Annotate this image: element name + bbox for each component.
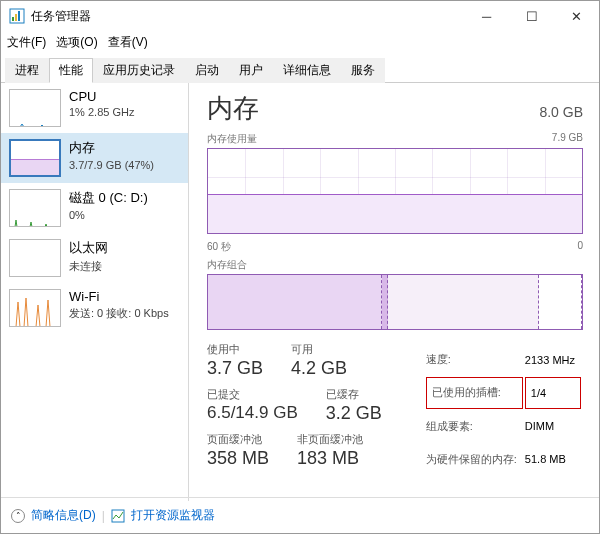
tab-processes[interactable]: 进程 xyxy=(5,58,49,83)
tab-details[interactable]: 详细信息 xyxy=(273,58,341,83)
tabbar: 进程 性能 应用历史记录 启动 用户 详细信息 服务 xyxy=(1,57,599,83)
wifi-thumb-icon xyxy=(9,289,61,327)
tab-services[interactable]: 服务 xyxy=(341,58,385,83)
main-panel: 内存 8.0 GB 内存使用量7.9 GB 60 秒0 内存组合 使用中3.7 … xyxy=(189,83,599,501)
titlebar[interactable]: 任务管理器 ─ ☐ ✕ xyxy=(1,1,599,31)
sidebar-item-label: 内存 xyxy=(69,139,154,157)
minimize-button[interactable]: ─ xyxy=(464,1,509,31)
sidebar-item-label: Wi-Fi xyxy=(69,289,169,304)
meta-label: 组成要素: xyxy=(426,411,523,442)
composition-label: 内存组合 xyxy=(207,258,247,272)
stat-label: 使用中 xyxy=(207,342,263,357)
meta-label: 为硬件保留的内存: xyxy=(426,444,523,475)
close-button[interactable]: ✕ xyxy=(554,1,599,31)
usage-chart-max: 7.9 GB xyxy=(552,132,583,146)
tab-startup[interactable]: 启动 xyxy=(185,58,229,83)
stat-value: 358 MB xyxy=(207,448,269,469)
memory-usage-chart[interactable] xyxy=(207,148,583,234)
stat-value: 3.2 GB xyxy=(326,403,382,424)
sidebar-item-disk[interactable]: 磁盘 0 (C: D:)0% xyxy=(1,183,188,233)
svg-rect-4 xyxy=(112,510,124,522)
sidebar-item-ethernet[interactable]: 以太网未连接 xyxy=(1,233,188,283)
meta-value: 1/4 xyxy=(525,377,581,408)
tab-performance[interactable]: 性能 xyxy=(49,58,93,83)
menu-view[interactable]: 查看(V) xyxy=(108,34,148,51)
sidebar-item-label: 以太网 xyxy=(69,239,108,257)
memory-total: 8.0 GB xyxy=(539,104,583,120)
fewer-details-link[interactable]: 简略信息(D) xyxy=(31,507,96,524)
tab-app-history[interactable]: 应用历史记录 xyxy=(93,58,185,83)
sidebar-item-label: 磁盘 0 (C: D:) xyxy=(69,189,148,207)
sidebar-item-sub: 3.7/7.9 GB (47%) xyxy=(69,159,154,171)
menubar: 文件(F) 选项(O) 查看(V) xyxy=(1,31,599,53)
stat-label: 非页面缓冲池 xyxy=(297,432,363,447)
footer: ˄ 简略信息(D) | 打开资源监视器 xyxy=(1,497,599,533)
svg-rect-1 xyxy=(12,17,14,21)
meta-label: 速度: xyxy=(426,344,523,375)
meta-value: 2133 MHz xyxy=(525,344,581,375)
sidebar-item-sub: 0% xyxy=(69,209,148,221)
menu-options[interactable]: 选项(O) xyxy=(56,34,97,51)
tab-users[interactable]: 用户 xyxy=(229,58,273,83)
memory-meta-table: 速度:2133 MHz 已使用的插槽:1/4 组成要素:DIMM 为硬件保留的内… xyxy=(424,342,583,477)
meta-value: 51.8 MB xyxy=(525,444,581,475)
sidebar-item-memory[interactable]: 内存3.7/7.9 GB (47%) xyxy=(1,133,188,183)
stat-value: 4.2 GB xyxy=(291,358,347,379)
sidebar-item-sub: 1% 2.85 GHz xyxy=(69,106,134,118)
time-axis-label: 60 秒 xyxy=(207,240,231,254)
monitor-icon xyxy=(111,509,125,523)
ethernet-thumb-icon xyxy=(9,239,61,277)
stat-label: 页面缓冲池 xyxy=(207,432,269,447)
stat-label: 可用 xyxy=(291,342,347,357)
slots-highlight-row: 已使用的插槽:1/4 xyxy=(426,377,581,408)
usage-chart-label: 内存使用量 xyxy=(207,132,257,146)
sidebar-item-cpu[interactable]: CPU1% 2.85 GHz xyxy=(1,83,188,133)
sidebar-item-sub: 发送: 0 接收: 0 Kbps xyxy=(69,306,169,321)
sidebar-item-label: CPU xyxy=(69,89,134,104)
memory-thumb-icon xyxy=(9,139,61,177)
meta-value: DIMM xyxy=(525,411,581,442)
app-icon xyxy=(9,8,25,24)
stat-value: 183 MB xyxy=(297,448,363,469)
svg-rect-3 xyxy=(18,11,20,21)
resource-monitor-link[interactable]: 打开资源监视器 xyxy=(131,507,215,524)
menu-file[interactable]: 文件(F) xyxy=(7,34,46,51)
sidebar-item-wifi[interactable]: Wi-Fi发送: 0 接收: 0 Kbps xyxy=(1,283,188,333)
window-title: 任务管理器 xyxy=(31,8,464,25)
stat-label: 已缓存 xyxy=(326,387,382,402)
svg-rect-2 xyxy=(15,14,17,21)
sidebar: CPU1% 2.85 GHz 内存3.7/7.9 GB (47%) 磁盘 0 (… xyxy=(1,83,189,501)
stat-value: 6.5/14.9 GB xyxy=(207,403,298,423)
cpu-thumb-icon xyxy=(9,89,61,127)
chevron-up-icon[interactable]: ˄ xyxy=(11,509,25,523)
disk-thumb-icon xyxy=(9,189,61,227)
sidebar-item-sub: 未连接 xyxy=(69,259,108,274)
maximize-button[interactable]: ☐ xyxy=(509,1,554,31)
stat-label: 已提交 xyxy=(207,387,298,402)
meta-label: 已使用的插槽: xyxy=(426,377,523,408)
page-title: 内存 xyxy=(207,91,259,126)
memory-composition-chart[interactable] xyxy=(207,274,583,330)
stat-value: 3.7 GB xyxy=(207,358,263,379)
